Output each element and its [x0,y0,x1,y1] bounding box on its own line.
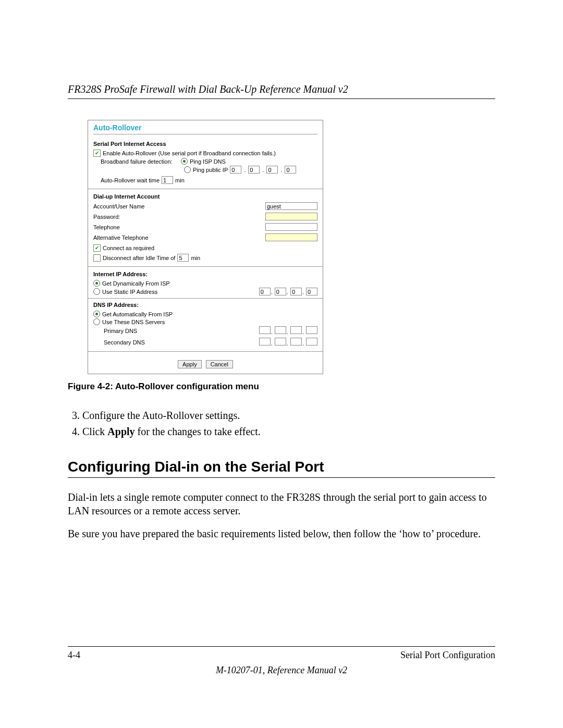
secondary-dns-octet-4[interactable] [306,338,317,346]
primary-dns-octet-3[interactable] [290,326,302,334]
wait-time-label: Auto-Rollover wait time [101,177,160,183]
secondary-dns-label: Secondary DNS [104,339,259,346]
primary-dns-label: Primary DNS [104,328,259,334]
account-input[interactable]: guest [265,202,317,210]
public-ip-octet-3[interactable]: 0 [266,166,278,174]
ping-public-radio[interactable] [184,166,191,173]
dialup-heading: Dial-up Internet Account [88,193,323,202]
secondary-dns-octet-2[interactable] [275,338,286,346]
static-ip-octet-2[interactable]: 0 [275,288,286,295]
use-dns-servers-label: Use These DNS Servers [102,319,165,325]
ping-isp-label: Ping ISP DNS [190,158,226,165]
ping-public-label: Ping public IP [193,167,228,173]
connect-required-checkbox[interactable]: ✔ [93,244,101,252]
section-heading: Configuring Dial-in on the Serial Port [68,459,495,475]
page-footer: 4-4 Serial Port Configuration M-10207-01… [68,646,495,676]
get-auto-dns-radio[interactable] [93,311,100,317]
telephone-input[interactable] [265,223,317,231]
cancel-button[interactable]: Cancel [206,360,233,368]
ping-isp-radio[interactable] [181,158,188,165]
primary-dns-octet-1[interactable] [259,326,271,334]
alt-telephone-input[interactable] [265,233,317,241]
account-label: Account/User Name [93,203,265,209]
get-dynamic-label: Get Dynamically From ISP [102,280,170,287]
list-item-3: Configure the Auto-Rollover settings. [82,408,495,424]
secondary-dns-octet-1[interactable] [259,338,271,346]
apply-button[interactable]: Apply [178,360,202,368]
password-row: Password: [88,212,323,221]
running-head: FR328S ProSafe Firewall with Dial Back-U… [68,83,495,99]
account-row: Account/User Name guest [88,202,323,211]
ping-public-row: Ping public IP 0. 0. 0. 0 [88,165,323,174]
footer-doc-id: M-10207-01, Reference Manual v2 [68,665,495,676]
get-auto-dns-label: Get Automatically From ISP [102,311,173,317]
enable-auto-rollover-label: Enable Auto-Rollover (Use serial port if… [103,150,276,156]
use-dns-servers-radio[interactable] [93,318,100,325]
disconnect-idle-unit: min [191,255,200,261]
password-label: Password: [93,214,265,220]
para-1: Dial-in lets a single remote computer co… [68,490,495,517]
figure-caption: Figure 4-2: Auto-Rollover configuration … [68,381,495,392]
enable-auto-rollover-checkbox[interactable]: ✔ [93,150,101,157]
public-ip-octet-2[interactable]: 0 [248,166,260,174]
detection-row: Broadband failure detection: Ping ISP DN… [88,157,323,165]
screenshot-panel: Auto-Rollover Serial Port Internet Acces… [88,120,323,374]
use-static-radio[interactable] [93,288,100,295]
telephone-row: Telephone [88,223,323,231]
footer-right: Serial Port Configuration [400,650,495,661]
connect-required-label: Connect as required [103,245,154,251]
instruction-list: Configure the Auto-Rollover settings. Cl… [68,408,495,440]
secondary-dns-octet-3[interactable] [290,338,302,346]
primary-dns-octet-2[interactable] [275,326,286,334]
serial-access-heading: Serial Port Internet Access [88,141,323,149]
enable-auto-rollover-row: ✔ Enable Auto-Rollover (Use serial port … [88,149,323,157]
public-ip-octet-4[interactable]: 0 [285,166,296,174]
list-item-4: Click Apply for the changes to take effe… [82,424,495,440]
internet-ip-heading: Internet IP Address: [88,271,323,279]
password-input[interactable] [265,213,317,220]
wait-time-row: Auto-Rollover wait time 1 min [88,174,323,184]
panel-title: Auto-Rollover [88,120,323,132]
detection-label: Broadband failure detection: [101,158,179,165]
disconnect-idle-input[interactable]: 5 [177,254,189,262]
wait-time-unit: min [175,177,185,183]
primary-dns-row: Primary DNS . . . [88,326,323,336]
wait-time-input[interactable]: 1 [162,176,173,184]
get-dynamic-radio[interactable] [93,280,100,287]
button-bar: Apply Cancel [88,356,323,374]
alt-telephone-row: Alternative Telephone [88,233,323,242]
alt-telephone-label: Alternative Telephone [93,235,265,241]
static-ip-octet-1[interactable]: 0 [259,288,271,295]
get-auto-dns-row: Get Automatically From ISP [88,310,323,318]
static-ip-octet-3[interactable]: 0 [290,288,302,295]
public-ip-octet-1[interactable]: 0 [230,166,241,174]
disconnect-idle-checkbox[interactable] [93,254,101,262]
dns-ip-heading: DNS IP Address: [88,302,323,310]
get-dynamic-row: Get Dynamically From ISP [88,279,323,287]
use-static-label: Use Static IP Address [102,289,157,295]
page: FR328S ProSafe Firewall with Dial Back-U… [0,0,563,728]
disconnect-idle-row: Disconnect after Idle Time of 5 min [88,253,323,262]
static-ip-octet-4[interactable]: 0 [306,288,317,295]
use-dns-servers-row: Use These DNS Servers [88,318,323,326]
secondary-dns-row: Secondary DNS . . . [88,337,323,347]
connect-required-row: ✔ Connect as required [88,244,323,252]
primary-dns-octet-4[interactable] [306,326,317,334]
use-static-row: Use Static IP Address 0. 0. 0. 0 [88,287,323,296]
page-number: 4-4 [68,650,80,661]
disconnect-idle-label: Disconnect after Idle Time of [103,255,175,261]
para-2: Be sure you have prepared the basic requ… [68,527,495,540]
telephone-label: Telephone [93,224,265,230]
